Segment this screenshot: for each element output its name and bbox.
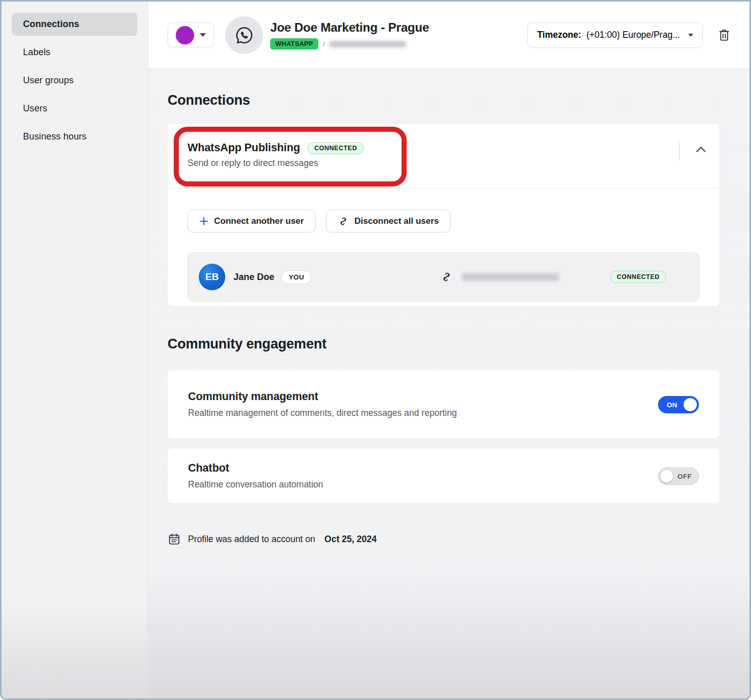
whatsapp-publishing-card: WhatsApp Publishing CONNECTED Send or re… [168,124,719,307]
sidebar-item-connections[interactable]: Connections [12,13,137,36]
disconnect-all-users-button[interactable]: Disconnect all users [326,209,451,232]
community-management-title: Community management [188,390,457,403]
community-management-card: Community management Realtime management… [168,370,719,438]
profile-color-swatch [176,26,194,44]
calendar-icon [168,532,181,546]
connection-card-header: WhatsApp Publishing CONNECTED Send or re… [168,124,719,189]
caret-down-icon [688,34,693,37]
profile-avatar [225,16,263,54]
disconnect-all-users-label: Disconnect all users [355,216,439,226]
network-badge: WHATSAPP [270,38,318,50]
timezone-label: Timezone: [537,30,581,40]
broken-link-icon[interactable] [440,271,453,283]
content-area: Connections WhatsApp Publishing CONNECTE… [148,69,749,698]
chatbot-toggle[interactable]: OFF [658,468,699,485]
you-badge: YOU [281,270,312,284]
separator: / [323,40,325,49]
connection-subtitle: Send or reply to direct messages [187,158,719,169]
toggle-knob [684,398,697,411]
user-connected-badge: CONNECTED [610,271,666,283]
connected-status-badge: CONNECTED [308,142,364,154]
profile-added-date: Oct 25, 2024 [324,534,377,545]
sidebar-item-business-hours[interactable]: Business hours [12,125,137,148]
connect-another-user-button[interactable]: Connect another user [187,209,316,232]
connect-another-user-label: Connect another user [214,216,304,226]
connections-heading: Connections [168,92,719,108]
blurred-profile-id [330,41,406,48]
user-name: Jane Doe [233,272,274,283]
sidebar-item-user-groups[interactable]: User groups [12,69,137,92]
toggle-off-label: OFF [677,472,692,480]
community-engagement-heading: Community engagement [168,336,719,352]
community-management-toggle[interactable]: ON [658,396,699,413]
profile-added-text: Profile was added to account on [188,534,315,545]
whatsapp-icon [233,25,255,46]
plus-icon [199,217,208,226]
timezone-dropdown[interactable]: Timezone: (+01:00) Europe/Prag... [527,22,703,48]
toggle-on-label: ON [667,401,677,408]
caret-down-icon [200,33,206,37]
chatbot-subtitle: Realtime conversation automation [188,479,323,490]
vertical-divider [679,142,679,161]
user-avatar: EB [199,264,225,290]
sidebar-item-users[interactable]: Users [12,97,137,120]
main-panel: Joe Doe Marketing - Prague WHATSAPP / Ti… [148,2,749,698]
toggle-knob [660,470,673,483]
sidebar-item-labels[interactable]: Labels [12,41,137,64]
profile-name: Joe Doe Marketing - Prague [270,20,429,35]
profile-header: Joe Doe Marketing - Prague WHATSAPP / Ti… [148,2,749,69]
settings-sidebar: Connections Labels User groups Users Bus… [2,2,148,698]
collapse-card-button[interactable] [696,146,706,153]
blurred-user-detail [462,273,559,281]
chatbot-title: Chatbot [188,462,323,475]
chevron-up-icon [696,146,706,153]
profile-added-note: Profile was added to account on Oct 25, … [168,532,719,546]
connection-title: WhatsApp Publishing [187,142,300,154]
connected-user-row: EB Jane Doe YOU CONNECTED [187,252,699,301]
community-management-subtitle: Realtime management of comments, direct … [188,408,457,418]
delete-profile-button[interactable] [717,28,731,42]
red-highlight-annotation [174,127,407,186]
settings-window: Connections Labels User groups Users Bus… [0,0,751,700]
profile-color-picker[interactable] [168,22,214,48]
profile-meta: Joe Doe Marketing - Prague WHATSAPP / [270,20,429,50]
trash-icon [717,28,731,42]
chatbot-card: Chatbot Realtime conversation automation… [168,449,719,503]
broken-link-icon [338,216,349,227]
connection-card-body: Connect another user Disconnect all user… [168,189,719,307]
timezone-value: (+01:00) Europe/Prag... [586,30,680,40]
